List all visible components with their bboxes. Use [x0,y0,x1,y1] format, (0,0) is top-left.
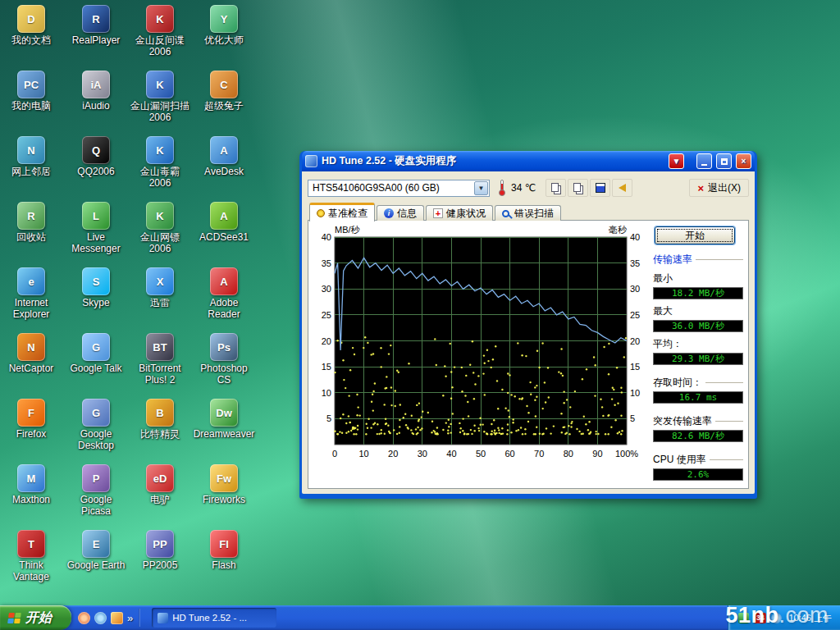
tab-info[interactable]: i 信息 [377,205,424,221]
fireworks-icon: Fw [210,464,238,492]
thinkvantage-icon: T [17,530,45,558]
desktop-icon-label: Dreamweaver [194,429,255,441]
svg-text:100%: 100% [615,449,638,459]
start-button[interactable]: 开始 [0,605,71,630]
toolbar-buttons [546,179,632,197]
desktop-icon-label: Internet Explorer [1,298,62,321]
quick-launch-icon-3[interactable] [111,612,123,624]
desktop-icon-fireworks[interactable]: FwFireworks [194,464,254,506]
desktop-icon-kingsoft-duba[interactable]: K金山毒霸 2006 [130,136,190,189]
desktop-icon-internet-explorer[interactable]: eInternet Explorer [1,267,62,321]
temperature-readout: 34 ℃ [511,182,536,194]
desktop-icon-live-messenger[interactable]: LLive Messenger [66,202,126,255]
svg-text:20: 20 [388,449,398,459]
desktop-icon-qq2006[interactable]: QQQ2006 [66,136,126,178]
desktop-icon-netcaptor[interactable]: NNetCaptor [1,333,62,375]
desktop-icon-google-talk[interactable]: GGoogle Talk [66,333,126,375]
chevron-down-icon[interactable]: ▼ [474,181,488,195]
cpu-usage-value: 2.6% [653,468,743,481]
desktop-icon-network-places[interactable]: N网上邻居 [1,136,62,178]
desktop-icon-kingsoft-antispyware[interactable]: K金山反间谍 2006 [130,5,190,58]
acdsee-icon: A [210,202,238,230]
desktop-icon-skype[interactable]: SSkype [66,267,126,309]
pp2005-icon: PP [146,530,174,558]
desktop-icon-bittorrent-plus[interactable]: BTBitTorrent Plus! 2 [130,333,190,386]
desktop-icon-pp2005[interactable]: PPPP2005 [130,530,190,572]
quick-launch-icon-2[interactable] [94,612,107,624]
desktop-icon-my-computer[interactable]: PC我的电脑 [1,71,62,112]
desktop-icon-label: Google Talk [70,363,121,375]
desktop-icon-youhua-dashi[interactable]: Y优化大师 [194,5,254,47]
minimize-button[interactable] [696,153,712,169]
desktop-icon-kingsoft-vulnscan[interactable]: K金山漏洞扫描 2006 [130,71,190,124]
desktop-icon-maxthon[interactable]: MMaxthon [1,464,62,506]
watermark: 51nb.com [725,603,829,628]
desktop-icon-super-rabbit[interactable]: C超级兔子 [194,71,254,112]
tab-error-scan[interactable]: 错误扫描 [495,205,561,221]
copy-screenshot-button[interactable] [568,179,588,197]
kingsoft-netguard-icon: K [146,202,174,230]
desktop-icon-thinkvantage[interactable]: TThink Vantage [1,530,62,583]
tab-label: 健康状况 [446,207,486,221]
desktop-icon-flash[interactable]: FlFlash [194,530,254,572]
desktop-icon-bitspirit[interactable]: B比特精灵 [130,399,190,441]
tab-strip: 基准检查 i 信息 + 健康状况 错误扫描 [308,202,749,221]
desktop-icon-google-earth[interactable]: EGoogle Earth [66,530,126,572]
desktop-icon-google-picasa[interactable]: PGoogle Picasa [66,464,126,518]
close-x-icon: × [697,182,704,194]
my-documents-icon: D [17,5,45,33]
copy-info-button[interactable] [546,179,566,197]
desktop-icon-iaudio[interactable]: iAiAudio [66,71,126,112]
titlebar[interactable]: HD Tune 2.52 - 硬盘实用程序 ▼ × [302,151,755,171]
svg-text:35: 35 [630,258,640,268]
internet-explorer-icon: e [17,267,45,295]
save-screenshot-button[interactable] [590,179,610,197]
desktop-icon-kingsoft-netguard[interactable]: K金山网镖 2006 [130,202,190,255]
tray-arrow-button[interactable]: ▼ [669,153,684,169]
tab-label: 基准检查 [328,207,368,221]
svg-text:0: 0 [332,449,337,459]
desktop-icon-thunder[interactable]: X迅雷 [130,267,190,309]
quick-launch-icon-1[interactable] [78,612,90,624]
super-rabbit-icon: C [210,71,238,98]
stats-panel: 开始 传输速率 最小 18.2 MB/秒 最大 36.0 MB/秒 平均： 29… [653,225,743,484]
kingsoft-vulnscan-icon: K [146,71,174,98]
svg-text:60: 60 [504,449,514,459]
close-button[interactable]: × [736,153,751,169]
desktop-icon-adobe-reader[interactable]: AAdobe Reader [194,267,254,321]
tab-health[interactable]: + 健康状况 [426,205,493,221]
options-button[interactable] [612,179,632,197]
desktop-icon-acdsee[interactable]: AACDSee31 [194,202,254,244]
desktop-icon-photoshop-cs[interactable]: PsPhotoshop CS [194,333,254,386]
svg-text:40: 40 [630,232,640,242]
desktop-icon-emule[interactable]: eD电驴 [130,464,190,506]
exit-button[interactable]: × 退出(X) [689,179,749,197]
start-label: 开始 [25,609,52,627]
desktop-icon-label: Firefox [16,429,47,441]
desktop-icon-firefox[interactable]: FFirefox [1,399,62,441]
desktop-icon-label: Skype [82,298,109,309]
watermark-suffix: .com [778,603,829,628]
drive-select[interactable]: HTS541060G9SA00 (60 GB) ▼ [308,180,490,197]
emule-icon: eD [146,464,174,492]
tab-label: 错误扫描 [514,207,554,221]
health-cross-icon: + [433,208,443,218]
start-benchmark-button[interactable]: 开始 [655,226,735,244]
svg-text:25: 25 [322,310,331,320]
desktop-icon-dreamweaver[interactable]: DwDreamweaver [194,399,254,441]
desktop-icon-my-documents[interactable]: D我的文档 [1,5,62,47]
taskbar-task-hdtune[interactable]: HD Tune 2.52 - ... [152,608,276,628]
tab-benchmark[interactable]: 基准检查 [309,203,375,221]
desktop: D我的文档PC我的电脑N网上邻居R回收站eInternet ExplorerNN… [0,0,840,630]
quick-launch-overflow[interactable]: » [127,612,133,624]
desktop-icon-google-desktop[interactable]: GGoogle Desktop [66,399,126,452]
google-talk-icon: G [82,333,110,361]
task-button-label: HD Tune 2.52 - ... [172,613,247,623]
desktop-icon-recycle-bin[interactable]: R回收站 [1,202,62,244]
benchmark-page: 5510101515202025253030353540400102030405… [308,220,749,489]
desktop-icon-avedesk[interactable]: AAveDesk [194,136,254,178]
maximize-button[interactable] [716,153,732,169]
cpu-usage-label: CPU 使用率 [653,453,743,467]
svg-text:20: 20 [630,336,640,346]
desktop-icon-realplayer[interactable]: RRealPlayer [66,5,126,47]
